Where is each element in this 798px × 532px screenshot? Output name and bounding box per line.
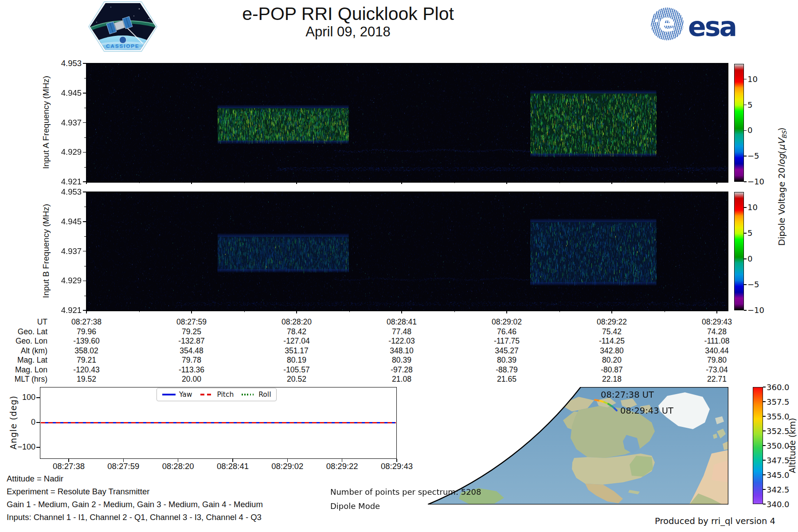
altitude-cbar-tick-label: 345.0 <box>767 470 790 480</box>
angle-time-tick-label: 08:28:41 <box>206 462 259 471</box>
freq-minor-tick-mark <box>84 108 86 108</box>
dipole-cbar-tick-label: 0 <box>747 254 752 263</box>
legend-item-roll: Roll <box>242 391 271 399</box>
legend-item-pitch: Pitch <box>200 391 234 399</box>
dipole-cbar-tick-mark <box>744 258 747 259</box>
ephemeris-cell: -139.60 <box>49 336 124 346</box>
ephemeris-cell: 21.08 <box>364 375 439 384</box>
dipole-cbar-tick-label: 10 <box>747 203 758 212</box>
dipole-cbar-tick-mark <box>744 207 747 208</box>
ephemeris-cell: -117.75 <box>469 336 544 346</box>
dipole-cbar-tick-label: −10 <box>747 305 764 315</box>
ephemeris-row-labels: UTGeo. LatGeo. LonAlt (km)Mag. LatMag. L… <box>2 317 47 384</box>
solid-line-swatch <box>162 394 176 395</box>
freq-tick-label: 4.921 <box>43 305 82 315</box>
freq-minor-tick-mark <box>84 266 86 266</box>
inputs-note: Inputs: Channel 1 - I1, Channel 2 - Q1, … <box>7 512 262 522</box>
time-tick-mark <box>296 182 297 184</box>
ephemeris-cell: 80.39 <box>469 356 544 365</box>
angle-time-tick-mark <box>342 459 343 462</box>
ephemeris-cell: 08:29:02 <box>469 317 544 327</box>
legend-label: Yaw <box>179 391 192 399</box>
freq-tick-mark <box>83 122 86 123</box>
altitude-cbar-tick-label: 350.0 <box>767 441 790 450</box>
ephemeris-cell: 345.27 <box>469 346 544 356</box>
freq-tick-label: 4.953 <box>43 59 82 68</box>
produced-by-note: Produced by rri_ql version 4 <box>655 516 775 526</box>
altitude-cbar-tick-label: 347.5 <box>767 456 790 465</box>
freq-tick-label: 4.921 <box>43 177 82 187</box>
altitude-cbar-tick-mark <box>763 416 766 417</box>
cbar-label-close: ) <box>776 127 787 131</box>
ephemeris-cell: 08:27:38 <box>49 317 124 327</box>
freq-tick-label: 4.945 <box>43 217 82 227</box>
ephemeris-cell: 354.48 <box>154 346 229 356</box>
attitude-legend: YawPitchRoll <box>156 388 277 401</box>
freq-minor-tick-mark <box>84 207 86 207</box>
angle-time-tick-mark <box>287 459 288 462</box>
altitude-cbar-tick-mark <box>763 387 766 387</box>
time-tick-mark <box>716 182 717 184</box>
time-minor-tick-mark <box>349 310 350 312</box>
ephemeris-cell: 08:29:22 <box>574 317 649 327</box>
ephemeris-cell: 74.28 <box>679 327 755 337</box>
freq-tick-mark <box>83 221 86 222</box>
time-minor-tick-mark <box>454 310 455 312</box>
ephemeris-cell: -120.43 <box>49 365 124 375</box>
track-start-label: 08:27:38 UT <box>601 390 654 400</box>
ephemeris-cell: 79.80 <box>679 356 755 365</box>
freq-minor-tick-mark <box>84 137 86 138</box>
freq-minor-tick-mark <box>84 167 86 168</box>
time-minor-tick-mark <box>559 182 560 183</box>
ephemeris-row-label: Geo. Lon <box>2 336 47 346</box>
quicklook-figure: CASSIOPE e-POP RRI Quicklook Plot April … <box>0 0 798 532</box>
dipole-cbar-tick-mark <box>744 284 747 285</box>
dipole-cbar-tick-label: 5 <box>747 228 752 238</box>
time-tick-mark <box>86 310 87 313</box>
freq-tick-mark <box>83 93 86 94</box>
cbar-label-open: ( <box>776 150 787 154</box>
time-minor-tick-mark <box>454 182 455 183</box>
dipole-cbar-tick-label: −10 <box>747 177 764 186</box>
page-title: e-POP RRI Quicklook Plot <box>242 4 454 24</box>
ephemeris-cell: 20.52 <box>259 375 334 384</box>
ephemeris-column: 08:29:2275.42-114.25342.8080.20-80.8722.… <box>574 317 649 384</box>
altitude-cbar-tick-mark <box>763 430 766 431</box>
altitude-cbar-tick-mark <box>763 474 766 475</box>
altitude-colorbar <box>753 387 763 504</box>
altitude-cbar-tick-mark <box>763 504 766 505</box>
esa-logo-text: esa <box>688 11 736 42</box>
angle-time-tick-label: 08:29:02 <box>261 462 314 471</box>
altitude-cbar-tick-mark <box>763 489 766 490</box>
dipole-cbar-tick-label: 10 <box>747 74 758 84</box>
time-minor-tick-mark <box>139 182 140 183</box>
ephemeris-cell: -113.36 <box>154 365 229 375</box>
ephemeris-column: 08:28:2078.42-127.04351.1780.19-105.5720… <box>259 317 334 384</box>
ephemeris-cell: 22.71 <box>679 375 755 384</box>
dipole-cbar-tick-mark <box>744 105 747 106</box>
angle-time-tick-mark <box>396 459 397 462</box>
ephemeris-cell: 79.21 <box>49 356 124 365</box>
cbar-label-mu: μV <box>776 139 787 150</box>
ephemeris-cell: 08:28:41 <box>364 317 439 327</box>
ephemeris-column: 08:27:5979.25-132.87354.4879.78-113.3620… <box>154 317 229 384</box>
altitude-cbar-tick-label: 352.5 <box>767 426 790 436</box>
time-tick-mark <box>86 182 87 184</box>
angle-tick-label: 100 <box>8 393 35 402</box>
freq-tick-label: 4.937 <box>43 246 82 256</box>
ephemeris-cell: -97.28 <box>364 365 439 375</box>
ephemeris-cell: 08:27:59 <box>154 317 229 327</box>
esa-ball-dot <box>655 19 658 22</box>
ephemeris-cell: 78.42 <box>259 327 334 337</box>
legend-item-yaw: Yaw <box>162 391 192 399</box>
ephemeris-cell: 21.65 <box>469 375 544 384</box>
freq-tick-mark <box>83 63 86 64</box>
ephemeris-row-label: UT <box>2 317 47 327</box>
dipole-colorbar-label: Dipole Voltage 20log(μVBS) <box>776 127 788 246</box>
altitude-cbar-tick-mark <box>763 460 766 461</box>
altitude-cbar-tick-label: 360.0 <box>767 383 790 392</box>
angle-tick-label: 0 <box>8 418 35 427</box>
angle-tick-label: −100 <box>8 442 35 452</box>
freq-tick-mark <box>83 192 86 192</box>
time-tick-mark <box>506 310 507 313</box>
